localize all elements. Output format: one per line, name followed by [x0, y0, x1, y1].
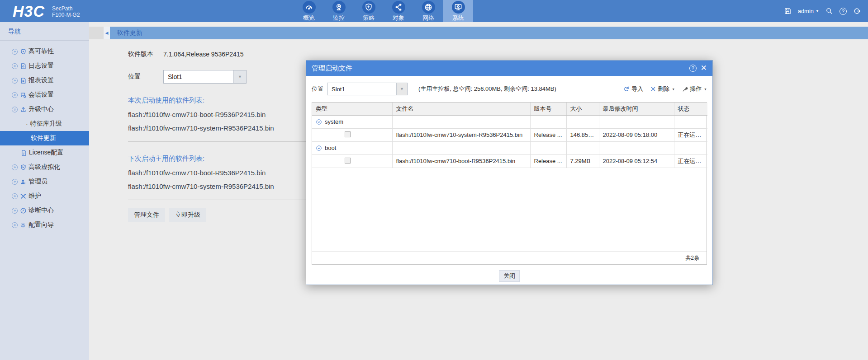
sidebar-item-session-settings[interactable]: » 会话设置	[0, 88, 89, 102]
location-select-value: Slot1	[164, 70, 233, 83]
overview-gauge-icon	[303, 1, 316, 14]
cell-status: 正在运行...	[674, 128, 707, 141]
sidebar-item-upgrade-center[interactable]: » 升级中心	[0, 102, 89, 117]
top-right-tools: admin ▼ ?	[784, 0, 861, 22]
table-empty-area	[312, 168, 707, 252]
sidebar-item-virtualization[interactable]: » 高级虚拟化	[0, 160, 89, 174]
app-window: H3C SecPath F100-M-G2 概览 监控	[0, 0, 868, 360]
manage-boot-files-dialog: 管理启动文件 ? ✕ 位置 Slot1 ▼ (主用主控板, 总空间: 256.0…	[306, 60, 713, 285]
version-row: 软件版本 7.1.064,Release 9536P2415	[128, 50, 868, 58]
maintenance-tools-icon	[19, 192, 27, 200]
dialog-close-icon[interactable]: ✕	[701, 65, 707, 72]
breadcrumb-gutter	[89, 27, 104, 39]
sidebar-item-label: 特征库升级	[30, 120, 62, 128]
nav-tab-objects[interactable]: 对象	[384, 0, 413, 22]
location-label: 位置	[128, 73, 163, 81]
dialog-location-select-value: Slot1	[327, 83, 396, 95]
sidebar-item-report-settings[interactable]: » 报表设置	[0, 73, 89, 88]
action-button[interactable]: 操作 ▼	[682, 85, 707, 93]
sidebar-item-software-update[interactable]: 软件更新	[0, 131, 89, 145]
sidebar-item-label: 配置向导	[28, 221, 54, 229]
dialog-location-select[interactable]: Slot1 ▼	[327, 83, 408, 95]
upgrade-now-button[interactable]: 立即升级	[169, 208, 206, 222]
import-label: 导入	[631, 85, 643, 93]
expand-group-icon[interactable]	[316, 119, 322, 125]
wizard-gear-icon	[19, 221, 27, 229]
dialog-title: 管理启动文件	[312, 64, 689, 73]
nav-tab-network[interactable]: 网络	[413, 0, 443, 22]
nav-tab-label: 概览	[303, 14, 315, 22]
sidebar-item-reliability[interactable]: » 高可靠性	[0, 44, 89, 59]
boot-files-grid: 类型 文件名 版本号 大小 最后修改时间 状态 system	[312, 102, 707, 265]
sidebar-item-diagnosis-center[interactable]: » 诊断中心	[0, 203, 89, 218]
product-line2: F100-M-G2	[52, 12, 80, 18]
close-button[interactable]: 关闭	[499, 270, 520, 282]
user-menu[interactable]: admin ▼	[798, 8, 819, 14]
cell-size: 146.85MB	[566, 128, 599, 141]
report-settings-icon	[19, 77, 27, 84]
log-settings-icon	[19, 62, 27, 70]
sidebar-item-log-settings[interactable]: » 日志设置	[0, 59, 89, 73]
table-row[interactable]: flash:/f1010fw-cmw710-system-R9536P2415.…	[312, 128, 707, 141]
network-globe-icon	[422, 1, 435, 14]
dialog-location-label: 位置	[312, 85, 323, 93]
search-icon[interactable]	[825, 7, 833, 15]
sidebar-item-label: 升级中心	[28, 105, 54, 113]
sidebar-item-license-config[interactable]: License配置	[0, 145, 89, 160]
sidebar-item-administrators[interactable]: » 管理员	[0, 174, 89, 189]
location-select[interactable]: Slot1 ▼	[163, 70, 247, 84]
save-config-icon[interactable]	[784, 7, 792, 15]
delete-button[interactable]: 删除 ▼	[650, 85, 675, 93]
row-checkbox[interactable]	[345, 131, 351, 137]
table-row[interactable]: flash:/f1010fw-cmw710-boot-R9536P2415.bi…	[312, 154, 707, 168]
col-filename: 文件名	[392, 103, 530, 115]
sidebar-item-label: License配置	[29, 149, 63, 157]
nav-tab-policy[interactable]: 策略	[354, 0, 384, 22]
license-doc-icon	[20, 149, 27, 156]
sidebar-item-label: 管理员	[28, 178, 47, 186]
nav-tab-monitor[interactable]: 监控	[324, 0, 354, 22]
dialog-footer: 关闭	[312, 270, 707, 282]
virtualization-shield-icon	[19, 164, 27, 171]
chevron-right-circle-icon: »	[12, 63, 18, 69]
sidebar-item-signature-upgrade[interactable]: · 特征库升级	[0, 117, 89, 131]
col-status: 状态	[674, 103, 707, 115]
delete-label: 删除	[658, 85, 669, 93]
session-settings-icon	[19, 91, 27, 98]
wrench-icon	[682, 86, 688, 92]
sidebar-item-maintenance[interactable]: » 维护	[0, 189, 89, 203]
group-type-label: boot	[325, 145, 336, 151]
logout-icon[interactable]	[853, 7, 861, 15]
chevron-right-circle-icon: »	[12, 49, 18, 55]
nav-tab-label: 监控	[333, 14, 345, 22]
upgrade-center-icon	[19, 106, 27, 113]
table-group-row-boot: boot	[312, 141, 707, 154]
sidebar-collapse-button[interactable]: ◀	[104, 27, 110, 39]
reliability-shield-icon	[19, 48, 27, 55]
chevron-down-icon: ▼	[704, 88, 707, 91]
col-modified: 最后修改时间	[599, 103, 674, 115]
expand-group-icon[interactable]	[316, 145, 322, 151]
sidebar-item-label: 软件更新	[31, 134, 56, 142]
manage-files-button[interactable]: 管理文件	[128, 208, 165, 222]
cell-version: Release ...	[530, 154, 566, 168]
cell-modified: 2022-08-09 05:12:54	[599, 154, 674, 168]
nav-tab-overview[interactable]: 概览	[294, 0, 324, 22]
import-button[interactable]: 导入	[623, 85, 643, 93]
cell-filename: flash:/f1010fw-cmw710-system-R9536P2415.…	[392, 128, 530, 141]
help-icon[interactable]: ?	[840, 8, 847, 15]
sidebar-item-label: 日志设置	[28, 62, 54, 70]
sidebar-list: » 高可靠性 » 日志设置 » 报表设置 » 会话设置 »	[0, 41, 89, 232]
system-monitor-icon	[452, 1, 465, 14]
sidebar-item-config-wizard[interactable]: » 配置向导	[0, 218, 89, 232]
product-name: SecPath F100-M-G2	[52, 5, 80, 18]
chevron-right-circle-icon: »	[12, 208, 18, 214]
nav-tab-system[interactable]: 系统	[443, 0, 473, 22]
dialog-help-icon[interactable]: ?	[689, 65, 697, 72]
sidebar-item-label: 会话设置	[28, 91, 54, 99]
diagnosis-gauge-icon	[19, 207, 27, 214]
breadcrumb-row: ◀ 软件更新	[89, 27, 868, 39]
version-value: 7.1.064,Release 9536P2415	[163, 51, 243, 58]
row-checkbox[interactable]	[345, 158, 351, 164]
chevron-down-circle-icon: »	[12, 107, 18, 112]
